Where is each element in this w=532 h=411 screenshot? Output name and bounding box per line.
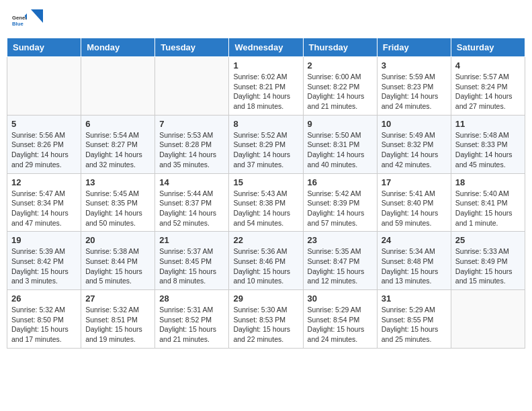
svg-text:Blue: Blue xyxy=(12,21,24,27)
day-info: Sunrise: 5:42 AM Sunset: 8:39 PM Dayligh… xyxy=(308,189,373,228)
logo-icon: General Blue xyxy=(12,13,27,28)
calendar-cell: 7Sunrise: 5:53 AM Sunset: 8:28 PM Daylig… xyxy=(155,115,229,173)
weekday-header-friday: Friday xyxy=(377,38,451,57)
calendar-cell: 1Sunrise: 6:02 AM Sunset: 8:21 PM Daylig… xyxy=(229,57,303,116)
calendar-cell: 16Sunrise: 5:42 AM Sunset: 8:39 PM Dayli… xyxy=(303,173,377,232)
day-info: Sunrise: 6:00 AM Sunset: 8:22 PM Dayligh… xyxy=(308,72,373,111)
day-number: 15 xyxy=(233,177,298,187)
calendar-cell: 18Sunrise: 5:40 AM Sunset: 8:41 PM Dayli… xyxy=(451,173,525,232)
day-number: 26 xyxy=(11,293,77,304)
day-number: 3 xyxy=(382,60,447,71)
day-number: 14 xyxy=(159,177,224,187)
weekday-header-wednesday: Wednesday xyxy=(229,38,303,57)
day-number: 2 xyxy=(308,60,373,71)
day-info: Sunrise: 6:02 AM Sunset: 8:21 PM Dayligh… xyxy=(233,72,298,111)
day-info: Sunrise: 5:56 AM Sunset: 8:26 PM Dayligh… xyxy=(11,130,77,170)
day-number: 12 xyxy=(11,177,77,187)
day-number: 7 xyxy=(159,119,224,129)
day-number: 27 xyxy=(85,293,150,304)
day-number: 1 xyxy=(233,60,298,71)
day-number: 29 xyxy=(233,293,298,304)
calendar-cell: 2Sunrise: 6:00 AM Sunset: 8:22 PM Daylig… xyxy=(303,57,377,116)
calendar-cell: 20Sunrise: 5:38 AM Sunset: 8:44 PM Dayli… xyxy=(81,232,155,290)
calendar-cell: 21Sunrise: 5:37 AM Sunset: 8:45 PM Dayli… xyxy=(155,232,229,290)
calendar-cell: 25Sunrise: 5:33 AM Sunset: 8:49 PM Dayli… xyxy=(451,232,525,290)
weekday-header-saturday: Saturday xyxy=(451,38,525,57)
calendar-cell xyxy=(7,57,81,116)
day-info: Sunrise: 5:57 AM Sunset: 8:24 PM Dayligh… xyxy=(455,72,521,111)
calendar-cell xyxy=(81,57,155,116)
day-number: 4 xyxy=(455,60,521,71)
day-info: Sunrise: 5:59 AM Sunset: 8:23 PM Dayligh… xyxy=(382,72,447,111)
calendar-cell: 27Sunrise: 5:32 AM Sunset: 8:51 PM Dayli… xyxy=(81,290,155,349)
calendar-cell: 24Sunrise: 5:34 AM Sunset: 8:48 PM Dayli… xyxy=(377,232,451,290)
day-info: Sunrise: 5:32 AM Sunset: 8:51 PM Dayligh… xyxy=(85,305,150,345)
week-row-3: 12Sunrise: 5:47 AM Sunset: 8:34 PM Dayli… xyxy=(7,173,525,232)
day-number: 23 xyxy=(308,235,373,245)
calendar-table: SundayMondayTuesdayWednesdayThursdayFrid… xyxy=(7,38,525,349)
calendar-cell: 6Sunrise: 5:54 AM Sunset: 8:27 PM Daylig… xyxy=(81,115,155,173)
calendar-cell: 5Sunrise: 5:56 AM Sunset: 8:26 PM Daylig… xyxy=(7,115,81,173)
day-info: Sunrise: 5:47 AM Sunset: 8:34 PM Dayligh… xyxy=(11,189,77,228)
day-number: 5 xyxy=(11,119,77,129)
calendar-cell xyxy=(451,290,525,349)
weekday-header-tuesday: Tuesday xyxy=(155,38,229,57)
calendar-cell: 22Sunrise: 5:36 AM Sunset: 8:46 PM Dayli… xyxy=(229,232,303,290)
calendar-cell: 26Sunrise: 5:32 AM Sunset: 8:50 PM Dayli… xyxy=(7,290,81,349)
calendar-cell: 17Sunrise: 5:41 AM Sunset: 8:40 PM Dayli… xyxy=(377,173,451,232)
day-number: 13 xyxy=(85,177,150,187)
svg-text:General: General xyxy=(12,15,27,21)
weekday-header-sunday: Sunday xyxy=(7,38,81,57)
calendar-cell: 3Sunrise: 5:59 AM Sunset: 8:23 PM Daylig… xyxy=(377,57,451,116)
week-row-1: 1Sunrise: 6:02 AM Sunset: 8:21 PM Daylig… xyxy=(7,57,525,116)
calendar-cell: 11Sunrise: 5:48 AM Sunset: 8:33 PM Dayli… xyxy=(451,115,525,173)
day-info: Sunrise: 5:30 AM Sunset: 8:53 PM Dayligh… xyxy=(233,305,298,345)
calendar-cell: 30Sunrise: 5:29 AM Sunset: 8:54 PM Dayli… xyxy=(303,290,377,349)
day-info: Sunrise: 5:35 AM Sunset: 8:47 PM Dayligh… xyxy=(308,246,373,286)
weekday-header-row: SundayMondayTuesdayWednesdayThursdayFrid… xyxy=(7,38,525,57)
weekday-header-monday: Monday xyxy=(81,38,155,57)
calendar-cell: 19Sunrise: 5:39 AM Sunset: 8:42 PM Dayli… xyxy=(7,232,81,290)
day-number: 28 xyxy=(159,293,224,304)
day-number: 19 xyxy=(11,235,77,245)
day-number: 17 xyxy=(382,177,447,187)
day-info: Sunrise: 5:53 AM Sunset: 8:28 PM Dayligh… xyxy=(159,130,224,170)
day-number: 22 xyxy=(233,235,298,245)
day-info: Sunrise: 5:44 AM Sunset: 8:37 PM Dayligh… xyxy=(159,189,224,228)
day-number: 18 xyxy=(455,177,521,187)
page-header: General Blue xyxy=(7,7,525,34)
day-number: 21 xyxy=(159,235,224,245)
day-info: Sunrise: 5:37 AM Sunset: 8:45 PM Dayligh… xyxy=(159,246,224,286)
day-info: Sunrise: 5:48 AM Sunset: 8:33 PM Dayligh… xyxy=(455,130,521,170)
day-info: Sunrise: 5:33 AM Sunset: 8:49 PM Dayligh… xyxy=(455,246,521,286)
day-info: Sunrise: 5:32 AM Sunset: 8:50 PM Dayligh… xyxy=(11,305,77,345)
day-number: 10 xyxy=(382,119,447,129)
logo: General Blue xyxy=(12,9,43,31)
day-info: Sunrise: 5:31 AM Sunset: 8:52 PM Dayligh… xyxy=(159,305,224,345)
calendar-cell: 9Sunrise: 5:50 AM Sunset: 8:31 PM Daylig… xyxy=(303,115,377,173)
day-number: 11 xyxy=(455,119,521,129)
calendar-cell: 12Sunrise: 5:47 AM Sunset: 8:34 PM Dayli… xyxy=(7,173,81,232)
week-row-2: 5Sunrise: 5:56 AM Sunset: 8:26 PM Daylig… xyxy=(7,115,525,173)
calendar-cell: 28Sunrise: 5:31 AM Sunset: 8:52 PM Dayli… xyxy=(155,290,229,349)
day-number: 9 xyxy=(308,119,373,129)
week-row-5: 26Sunrise: 5:32 AM Sunset: 8:50 PM Dayli… xyxy=(7,290,525,349)
day-info: Sunrise: 5:40 AM Sunset: 8:41 PM Dayligh… xyxy=(455,189,521,228)
calendar-cell: 31Sunrise: 5:29 AM Sunset: 8:55 PM Dayli… xyxy=(377,290,451,349)
day-number: 6 xyxy=(85,119,150,129)
day-number: 20 xyxy=(85,235,150,245)
weekday-header-thursday: Thursday xyxy=(303,38,377,57)
day-number: 8 xyxy=(233,119,298,129)
day-info: Sunrise: 5:29 AM Sunset: 8:55 PM Dayligh… xyxy=(382,305,447,345)
calendar-cell: 10Sunrise: 5:49 AM Sunset: 8:32 PM Dayli… xyxy=(377,115,451,173)
week-row-4: 19Sunrise: 5:39 AM Sunset: 8:42 PM Dayli… xyxy=(7,232,525,290)
day-info: Sunrise: 5:34 AM Sunset: 8:48 PM Dayligh… xyxy=(382,246,447,286)
calendar-cell: 4Sunrise: 5:57 AM Sunset: 8:24 PM Daylig… xyxy=(451,57,525,116)
calendar-cell: 13Sunrise: 5:45 AM Sunset: 8:35 PM Dayli… xyxy=(81,173,155,232)
day-number: 24 xyxy=(382,235,447,245)
day-info: Sunrise: 5:50 AM Sunset: 8:31 PM Dayligh… xyxy=(308,130,373,170)
day-info: Sunrise: 5:38 AM Sunset: 8:44 PM Dayligh… xyxy=(85,246,150,286)
calendar-cell: 15Sunrise: 5:43 AM Sunset: 8:38 PM Dayli… xyxy=(229,173,303,232)
day-info: Sunrise: 5:36 AM Sunset: 8:46 PM Dayligh… xyxy=(233,246,298,286)
calendar-cell: 29Sunrise: 5:30 AM Sunset: 8:53 PM Dayli… xyxy=(229,290,303,349)
